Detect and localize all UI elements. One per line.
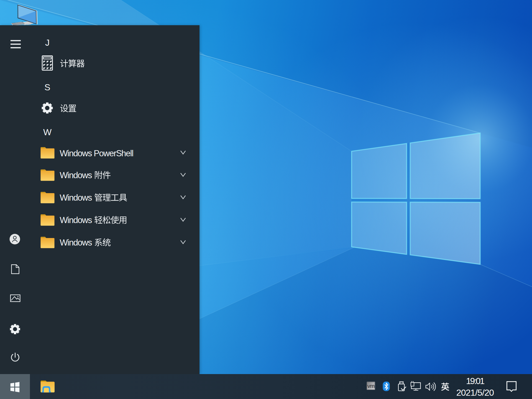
svg-text:W: W bbox=[43, 127, 52, 137]
svg-text:Windows: Windows bbox=[60, 215, 92, 225]
svg-text:Windows: Windows bbox=[60, 170, 92, 180]
svg-text:S: S bbox=[44, 82, 50, 92]
svg-text:Windows PowerShell: Windows PowerShell bbox=[60, 149, 133, 158]
svg-text:19:01: 19:01 bbox=[466, 376, 484, 386]
svg-text:vm: vm bbox=[367, 383, 375, 389]
svg-text:J: J bbox=[45, 38, 50, 48]
svg-text:2021/5/20: 2021/5/20 bbox=[456, 388, 494, 398]
svg-text:Windows: Windows bbox=[60, 238, 92, 247]
svg-text:Windows: Windows bbox=[60, 193, 92, 203]
